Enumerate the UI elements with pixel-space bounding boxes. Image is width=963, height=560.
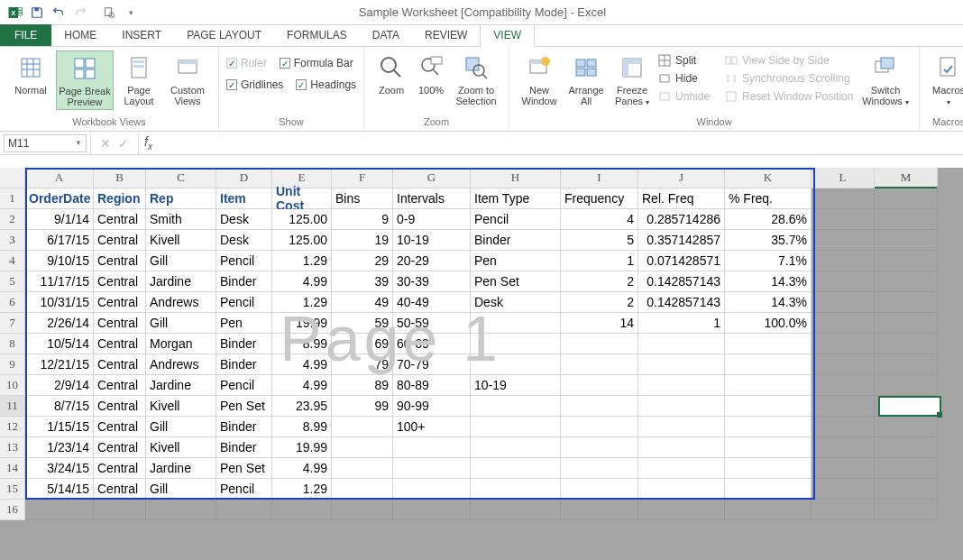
tab-data[interactable]: DATA bbox=[360, 25, 412, 46]
cell-L4[interactable] bbox=[812, 251, 875, 271]
cell-M2[interactable] bbox=[875, 209, 938, 230]
cell-I1[interactable]: Frequency bbox=[561, 188, 638, 209]
cell-F15[interactable] bbox=[332, 479, 393, 500]
gridlines-checkbox[interactable]: ✓Gridlines bbox=[226, 78, 283, 92]
cell-G12[interactable]: 100+ bbox=[393, 417, 471, 437]
headings-checkbox[interactable]: ✓Headings bbox=[296, 78, 356, 92]
cell-G14[interactable] bbox=[393, 458, 471, 479]
cell-J13[interactable] bbox=[638, 437, 725, 458]
cell-H1[interactable]: Item Type bbox=[471, 188, 561, 209]
cell-J15[interactable] bbox=[638, 479, 725, 500]
new-window-button[interactable]: New Window bbox=[517, 50, 562, 108]
cell-C3[interactable]: Kivell bbox=[146, 230, 216, 251]
cell-J5[interactable]: 0.142857143 bbox=[638, 271, 725, 292]
cell-L16[interactable] bbox=[812, 500, 875, 520]
cell-J4[interactable]: 0.071428571 bbox=[638, 251, 725, 271]
cell-A12[interactable]: 1/15/15 bbox=[25, 417, 94, 437]
cell-E16[interactable] bbox=[272, 500, 332, 520]
undo-icon[interactable] bbox=[49, 3, 69, 23]
cell-E3[interactable]: 125.00 bbox=[272, 230, 332, 251]
cell-M4[interactable] bbox=[875, 251, 938, 271]
cell-G16[interactable] bbox=[393, 500, 471, 520]
cell-J11[interactable] bbox=[638, 396, 725, 417]
cell-F14[interactable] bbox=[332, 458, 393, 479]
switch-windows-button[interactable]: Switch Windows ▾ bbox=[859, 50, 912, 110]
cell-C8[interactable]: Morgan bbox=[146, 334, 216, 354]
cell-M6[interactable] bbox=[875, 292, 938, 313]
cell-M13[interactable] bbox=[875, 437, 938, 458]
cell-G11[interactable]: 90-99 bbox=[393, 396, 471, 417]
row-header-2[interactable]: 2 bbox=[0, 209, 25, 230]
cell-C4[interactable]: Gill bbox=[146, 251, 216, 271]
cell-L14[interactable] bbox=[812, 458, 875, 479]
normal-view-button[interactable]: Normal bbox=[7, 50, 54, 97]
cell-K13[interactable] bbox=[725, 437, 812, 458]
cell-J6[interactable]: 0.142857143 bbox=[638, 292, 725, 313]
cell-K5[interactable]: 14.3% bbox=[725, 271, 812, 292]
cell-D4[interactable]: Pencil bbox=[216, 251, 272, 271]
cell-E1[interactable]: Unit Cost bbox=[272, 188, 332, 209]
cell-I10[interactable] bbox=[561, 375, 638, 396]
cell-D9[interactable]: Binder bbox=[216, 354, 272, 375]
select-all-corner[interactable] bbox=[0, 168, 25, 188]
row-header-15[interactable]: 15 bbox=[0, 479, 25, 500]
formula-bar-checkbox[interactable]: ✓Formula Bar bbox=[280, 56, 353, 70]
cell-L13[interactable] bbox=[812, 437, 875, 458]
cell-K4[interactable]: 7.1% bbox=[725, 251, 812, 271]
cell-M7[interactable] bbox=[875, 313, 938, 334]
fx-icon[interactable]: fx bbox=[139, 134, 158, 151]
cell-F4[interactable]: 29 bbox=[332, 251, 393, 271]
cell-M11[interactable] bbox=[875, 396, 938, 417]
cell-M9[interactable] bbox=[875, 354, 938, 375]
cell-C13[interactable]: Kivell bbox=[146, 437, 216, 458]
cell-G1[interactable]: Intervals bbox=[393, 188, 471, 209]
col-header-C[interactable]: C bbox=[146, 168, 216, 188]
tab-formulas[interactable]: FORMULAS bbox=[274, 25, 360, 46]
row-header-13[interactable]: 13 bbox=[0, 437, 25, 458]
cell-L6[interactable] bbox=[812, 292, 875, 313]
tab-page-layout[interactable]: PAGE LAYOUT bbox=[174, 25, 274, 46]
name-box[interactable]: M11▼ bbox=[4, 134, 87, 152]
cell-B15[interactable]: Central bbox=[94, 479, 146, 500]
cell-A8[interactable]: 10/5/14 bbox=[25, 334, 94, 354]
cell-E10[interactable]: 4.99 bbox=[272, 375, 332, 396]
row-header-9[interactable]: 9 bbox=[0, 354, 25, 375]
cell-B13[interactable]: Central bbox=[94, 437, 146, 458]
zoom-button[interactable]: Zoom bbox=[371, 50, 411, 97]
cell-H2[interactable]: Pencil bbox=[471, 209, 561, 230]
cell-H13[interactable] bbox=[471, 437, 561, 458]
cell-B2[interactable]: Central bbox=[94, 209, 146, 230]
cell-E14[interactable]: 4.99 bbox=[272, 458, 332, 479]
cell-A9[interactable]: 12/21/15 bbox=[25, 354, 94, 375]
cell-L7[interactable] bbox=[812, 313, 875, 334]
tab-file[interactable]: FILE bbox=[0, 24, 51, 46]
cell-G13[interactable] bbox=[393, 437, 471, 458]
cell-A16[interactable] bbox=[25, 500, 94, 520]
cell-B10[interactable]: Central bbox=[94, 375, 146, 396]
cell-I11[interactable] bbox=[561, 396, 638, 417]
cell-K10[interactable] bbox=[725, 375, 812, 396]
cell-H15[interactable] bbox=[471, 479, 561, 500]
cell-D1[interactable]: Item bbox=[216, 188, 272, 209]
cell-H7[interactable] bbox=[471, 313, 561, 334]
cell-C10[interactable]: Jardine bbox=[146, 375, 216, 396]
cell-I4[interactable]: 1 bbox=[561, 251, 638, 271]
cell-F9[interactable]: 79 bbox=[332, 354, 393, 375]
cell-D8[interactable]: Binder bbox=[216, 334, 272, 354]
cell-G5[interactable]: 30-39 bbox=[393, 271, 471, 292]
cell-H10[interactable]: 10-19 bbox=[471, 375, 561, 396]
cell-G3[interactable]: 10-19 bbox=[393, 230, 471, 251]
cell-A11[interactable]: 8/7/15 bbox=[25, 396, 94, 417]
cell-K8[interactable] bbox=[725, 334, 812, 354]
cell-A4[interactable]: 9/10/15 bbox=[25, 251, 94, 271]
col-header-F[interactable]: F bbox=[332, 168, 393, 188]
cell-H9[interactable] bbox=[471, 354, 561, 375]
cell-B14[interactable]: Central bbox=[94, 458, 146, 479]
col-header-H[interactable]: H bbox=[471, 168, 561, 188]
cell-K7[interactable]: 100.0% bbox=[725, 313, 812, 334]
excel-icon[interactable]: X bbox=[5, 3, 25, 23]
cell-L12[interactable] bbox=[812, 417, 875, 437]
cell-B7[interactable]: Central bbox=[94, 313, 146, 334]
cell-E13[interactable]: 19.99 bbox=[272, 437, 332, 458]
cell-K2[interactable]: 28.6% bbox=[725, 209, 812, 230]
